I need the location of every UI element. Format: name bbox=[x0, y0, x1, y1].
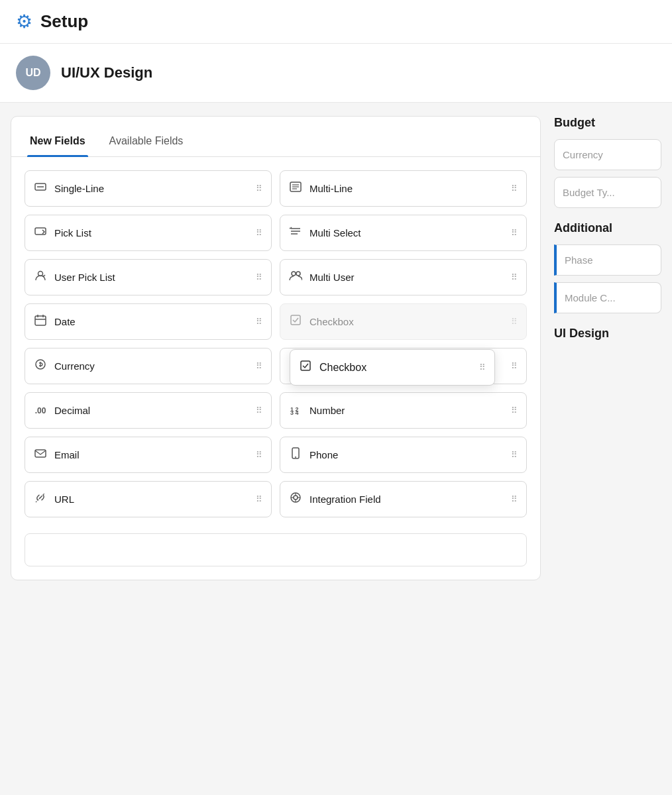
svg-rect-31 bbox=[301, 361, 310, 370]
single-line-drag: ⠿ bbox=[256, 184, 263, 193]
url-drag: ⠿ bbox=[256, 494, 263, 504]
field-checkbox-bg[interactable]: Checkbox ⠿ bbox=[280, 303, 527, 340]
budget-title: Budget bbox=[554, 116, 661, 130]
integration-icon bbox=[288, 491, 303, 507]
phone-label: Phone bbox=[309, 449, 504, 460]
phone-drag: ⠿ bbox=[511, 450, 518, 460]
multi-select-icon bbox=[288, 225, 303, 241]
multi-line-drag: ⠿ bbox=[511, 184, 518, 193]
project-row: UD UI/UX Design bbox=[0, 44, 672, 103]
multi-select-label: Multi Select bbox=[309, 227, 504, 238]
user-pick-list-label: User Pick List bbox=[54, 272, 249, 283]
pick-list-label: Pick List bbox=[54, 227, 249, 238]
url-icon bbox=[33, 491, 48, 507]
field-email[interactable]: Email ⠿ bbox=[25, 437, 272, 473]
url-label: URL bbox=[54, 494, 249, 505]
svg-rect-21 bbox=[35, 450, 46, 457]
currency-label: Currency bbox=[54, 360, 249, 372]
multi-user-icon bbox=[288, 269, 303, 286]
single-line-icon bbox=[33, 180, 48, 197]
email-label: Email bbox=[54, 449, 249, 460]
number-icon: 1 23 4 bbox=[288, 402, 303, 419]
field-multi-line[interactable]: Multi-Line ⠿ bbox=[280, 170, 527, 207]
number-label: Number bbox=[309, 405, 504, 416]
multi-line-icon bbox=[288, 180, 303, 197]
checkbox-bg-icon bbox=[288, 313, 303, 330]
main-layout: New Fields Available Fields Single-Line … bbox=[0, 103, 672, 594]
svg-point-26 bbox=[294, 496, 298, 500]
tabs-container: New Fields Available Fields bbox=[11, 117, 540, 157]
decimal-drag: ⠿ bbox=[256, 405, 263, 415]
integration-field-label: Integration Field bbox=[309, 494, 504, 505]
multi-line-label: Multi-Line bbox=[309, 183, 504, 194]
pick-list-icon bbox=[33, 225, 48, 241]
field-single-line[interactable]: Single-Line ⠿ bbox=[25, 170, 272, 207]
budget-currency-field[interactable]: Currency bbox=[554, 139, 661, 170]
project-name: UI/UX Design bbox=[61, 64, 152, 81]
phone-icon bbox=[288, 447, 303, 463]
left-panel: New Fields Available Fields Single-Line … bbox=[11, 116, 541, 580]
currency-icon bbox=[33, 358, 48, 374]
phase-field[interactable]: Phase bbox=[554, 244, 661, 276]
field-phone[interactable]: Phone ⠿ bbox=[280, 437, 527, 473]
decimal-label: Decimal bbox=[54, 405, 249, 416]
checkbox-bg-drag: ⠿ bbox=[511, 317, 518, 327]
pick-list-drag: ⠿ bbox=[256, 228, 263, 238]
svg-point-23 bbox=[295, 456, 296, 458]
field-date[interactable]: Date ⠿ bbox=[25, 303, 272, 340]
page-title: Setup bbox=[40, 11, 88, 32]
ui-design-title: UI Design bbox=[554, 327, 661, 341]
svg-rect-13 bbox=[35, 316, 46, 325]
number-drag: ⠿ bbox=[511, 405, 518, 415]
percentage-drag: ⠿ bbox=[511, 361, 518, 371]
checkbox-popup-drag: ⠿ bbox=[479, 362, 486, 372]
tab-new-fields[interactable]: New Fields bbox=[27, 130, 88, 156]
field-pick-list[interactable]: Pick List ⠿ bbox=[25, 215, 272, 251]
field-multi-user[interactable]: Multi User ⠿ bbox=[280, 259, 527, 295]
additional-title: Additional bbox=[554, 221, 661, 235]
right-panel: Budget Currency Budget Ty... Additional … bbox=[541, 116, 661, 354]
date-drag: ⠿ bbox=[256, 317, 263, 327]
field-decimal[interactable]: .00 Decimal ⠿ bbox=[25, 392, 272, 429]
budget-type-field[interactable]: Budget Ty... bbox=[554, 177, 661, 208]
gear-icon: ⚙ bbox=[16, 11, 32, 32]
additional-section: Additional Phase Module C... bbox=[554, 221, 661, 313]
checkbox-bg-label: Checkbox bbox=[309, 316, 504, 327]
svg-point-11 bbox=[292, 272, 296, 276]
email-icon bbox=[33, 447, 48, 463]
field-url[interactable]: URL ⠿ bbox=[25, 481, 272, 517]
field-user-pick-list[interactable]: User Pick List ⠿ bbox=[25, 259, 272, 295]
svg-text:3 4: 3 4 bbox=[290, 409, 299, 415]
email-drag: ⠿ bbox=[256, 450, 263, 460]
field-integration[interactable]: Integration Field ⠿ bbox=[280, 481, 527, 517]
multi-select-drag: ⠿ bbox=[511, 228, 518, 238]
field-multi-select[interactable]: Multi Select ⠿ bbox=[280, 215, 527, 251]
svg-rect-17 bbox=[291, 315, 300, 325]
single-line-label: Single-Line bbox=[54, 183, 249, 194]
checkbox-popup[interactable]: Checkbox ⠿ bbox=[290, 349, 495, 386]
date-icon bbox=[33, 313, 48, 330]
field-currency[interactable]: Currency ⠿ bbox=[25, 348, 272, 384]
tab-available-fields[interactable]: Available Fields bbox=[107, 130, 186, 156]
avatar: UD bbox=[16, 56, 50, 90]
svg-point-12 bbox=[296, 272, 300, 276]
date-label: Date bbox=[54, 316, 249, 327]
user-pick-list-drag: ⠿ bbox=[256, 272, 263, 282]
checkbox-popup-label: Checkbox bbox=[319, 362, 473, 374]
currency-drag: ⠿ bbox=[256, 361, 263, 371]
integration-drag: ⠿ bbox=[511, 494, 518, 504]
checkbox-popup-icon bbox=[298, 359, 313, 376]
user-pick-list-icon bbox=[33, 269, 48, 286]
decimal-icon: .00 bbox=[33, 406, 48, 415]
multi-user-label: Multi User bbox=[309, 272, 504, 283]
fields-grid: Single-Line ⠿ Multi-Line ⠿ Pick List ⠿ bbox=[11, 157, 540, 533]
header: ⚙ Setup bbox=[0, 0, 672, 44]
budget-section: Budget Currency Budget Ty... bbox=[554, 116, 661, 208]
bottom-hint-panel bbox=[25, 533, 527, 566]
ui-design-section: UI Design bbox=[554, 327, 661, 341]
multi-user-drag: ⠿ bbox=[511, 272, 518, 282]
field-number[interactable]: 1 23 4 Number ⠿ bbox=[280, 392, 527, 429]
module-c-field[interactable]: Module C... bbox=[554, 282, 661, 313]
